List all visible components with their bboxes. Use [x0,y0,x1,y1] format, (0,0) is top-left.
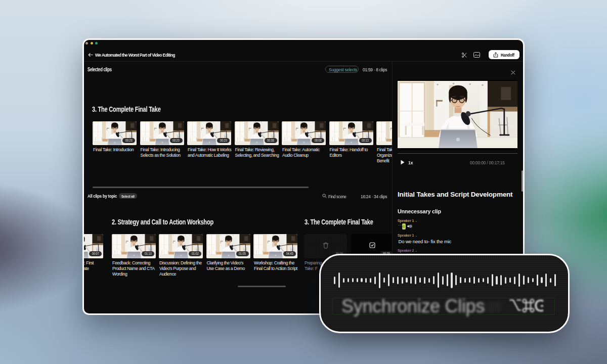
svg-text:G: G [534,297,543,314]
